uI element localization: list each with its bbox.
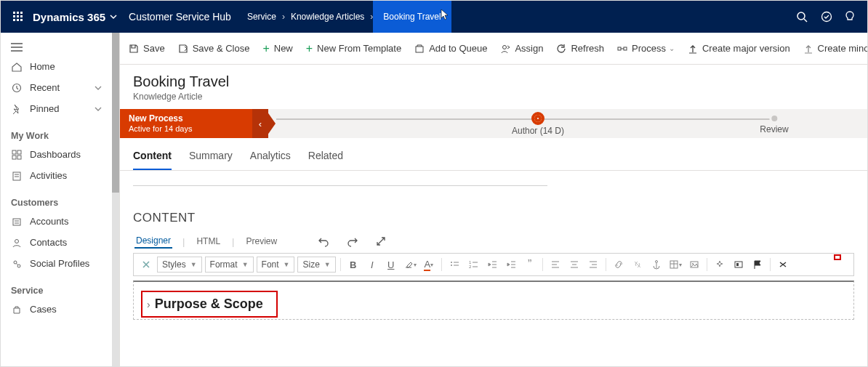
- sidebar-item-activities[interactable]: Activities: [1, 165, 112, 186]
- styles-dropdown[interactable]: Styles▼: [157, 257, 202, 273]
- outdent-icon[interactable]: [484, 257, 500, 273]
- sidebar-item-pinned[interactable]: Pinned: [1, 98, 112, 119]
- section-heading[interactable]: Purpose & Scope: [155, 297, 263, 312]
- refresh-button[interactable]: Refresh: [556, 43, 604, 54]
- clear-format-icon[interactable]: [138, 257, 154, 273]
- crumb-service[interactable]: Service: [241, 1, 282, 33]
- align-center-icon[interactable]: [566, 257, 582, 273]
- highlight-icon[interactable]: ▾: [402, 257, 418, 273]
- expand-icon[interactable]: [376, 236, 386, 246]
- sidebar-item-accounts[interactable]: Accounts: [1, 211, 112, 232]
- font-dropdown[interactable]: Font▼: [257, 257, 295, 273]
- font-color-icon[interactable]: A▾: [421, 257, 437, 273]
- flag-icon[interactable]: [750, 257, 765, 273]
- sidebar-item-contacts[interactable]: Contacts: [1, 232, 112, 253]
- hamburger-icon[interactable]: [1, 37, 112, 56]
- svg-rect-2: [20, 12, 23, 14]
- form-body: CONTENT Designer | HTML | Preview: [120, 171, 867, 366]
- cmd-label: Assign: [515, 43, 543, 54]
- tab-analytics[interactable]: Analytics: [250, 145, 291, 170]
- sparkle-icon[interactable]: [712, 257, 728, 273]
- svg-rect-16: [12, 150, 16, 154]
- app-launcher-icon[interactable]: [8, 12, 28, 22]
- search-icon[interactable]: [796, 11, 808, 23]
- task-icon[interactable]: [821, 11, 832, 23]
- svg-rect-3: [13, 15, 15, 17]
- italic-icon[interactable]: I: [364, 257, 380, 273]
- text-field-underline[interactable]: [133, 185, 547, 186]
- assign-button[interactable]: Assign: [500, 43, 543, 54]
- new-from-template-button[interactable]: +New From Template: [306, 43, 401, 55]
- hub-name[interactable]: Customer Service Hub: [124, 11, 241, 23]
- cmd-label: Save: [143, 43, 165, 54]
- chevron-right-icon[interactable]: ›: [147, 299, 150, 310]
- embed-icon[interactable]: [731, 257, 747, 273]
- main-area: Save Save & Close +New +New From Templat…: [120, 33, 867, 366]
- crumb-knowledge-articles[interactable]: Knowledge Articles: [285, 1, 370, 33]
- process-back-button[interactable]: ‹: [252, 109, 268, 138]
- assign-icon: [500, 44, 510, 54]
- editor-tab-preview[interactable]: Preview: [244, 235, 278, 248]
- refresh-icon: [556, 44, 566, 54]
- chevron-down-icon: ⌄: [669, 44, 675, 52]
- home-icon: [11, 62, 23, 72]
- sidebar-scrollbar[interactable]: [112, 33, 119, 366]
- align-right-icon[interactable]: [585, 257, 601, 273]
- process-button[interactable]: Process⌄: [617, 43, 675, 54]
- svg-rect-1: [17, 12, 19, 14]
- dropdown-label: Font: [262, 259, 279, 270]
- editor-canvas[interactable]: › Purpose & Scope: [133, 281, 854, 320]
- redo-icon[interactable]: [347, 235, 358, 247]
- save-close-button[interactable]: Save & Close: [178, 43, 250, 54]
- new-button[interactable]: +New: [262, 43, 292, 55]
- crumb-current[interactable]: Booking Travel: [373, 1, 451, 33]
- anchor-icon[interactable]: [648, 257, 664, 273]
- tab-related[interactable]: Related: [308, 145, 343, 170]
- svg-rect-7: [17, 19, 19, 21]
- editor-tab-designer[interactable]: Designer: [134, 234, 172, 249]
- bold-icon[interactable]: B: [345, 257, 361, 273]
- blockquote-icon[interactable]: ”: [522, 257, 538, 273]
- create-major-version-button[interactable]: Create major version: [688, 43, 790, 54]
- sidebar-item-recent[interactable]: Recent: [1, 77, 112, 98]
- save-button[interactable]: Save: [129, 43, 165, 54]
- unlink-icon[interactable]: [630, 257, 646, 273]
- product-brand[interactable]: Dynamics 365: [28, 11, 124, 23]
- collapse-toolbar-icon[interactable]: [775, 257, 791, 273]
- image-icon[interactable]: [686, 257, 702, 273]
- table-icon[interactable]: ▾: [667, 257, 683, 273]
- editor-tab-html[interactable]: HTML: [195, 235, 222, 248]
- tab-summary[interactable]: Summary: [189, 145, 233, 170]
- link-icon[interactable]: [611, 257, 627, 273]
- stage-review[interactable]: Review: [760, 109, 788, 138]
- svg-rect-17: [17, 150, 21, 154]
- undo-icon[interactable]: [318, 235, 329, 247]
- tab-content[interactable]: Content: [133, 145, 172, 170]
- sidebar-item-cases[interactable]: Cases: [1, 299, 112, 320]
- svg-rect-19: [17, 156, 21, 159]
- sidebar-item-dashboards[interactable]: Dashboards: [1, 144, 112, 165]
- cmd-label: Create minor: [818, 43, 867, 54]
- highlight-annotation: › Purpose & Scope: [141, 291, 278, 318]
- process-duration: Active for 14 days: [129, 124, 257, 133]
- underline-icon[interactable]: U: [383, 257, 399, 273]
- align-left-icon[interactable]: [547, 257, 563, 273]
- create-minor-version-button[interactable]: Create minor: [803, 43, 867, 54]
- entity-label: Knowledge Article: [133, 92, 854, 102]
- stage-author[interactable]: Author (14 D): [512, 109, 564, 138]
- add-to-queue-button[interactable]: Add to Queue: [414, 43, 487, 54]
- sidebar-item-home[interactable]: Home: [1, 56, 112, 77]
- assistant-icon[interactable]: [845, 11, 854, 23]
- sidebar-item-social-profiles[interactable]: Social Profiles: [1, 253, 112, 274]
- size-dropdown[interactable]: Size▼: [297, 257, 335, 273]
- chevron-down-icon: ▼: [284, 261, 290, 268]
- indent-icon[interactable]: [503, 257, 519, 273]
- bullet-list-icon[interactable]: [446, 257, 462, 273]
- process-name-flag[interactable]: New Process Active for 14 days: [120, 109, 265, 138]
- format-dropdown[interactable]: Format▼: [205, 257, 254, 273]
- cmd-label: Save & Close: [193, 43, 250, 54]
- queue-icon: [414, 44, 425, 54]
- number-list-icon[interactable]: 12: [465, 257, 481, 273]
- process-icon: [617, 44, 627, 54]
- save-close-icon: [178, 44, 188, 54]
